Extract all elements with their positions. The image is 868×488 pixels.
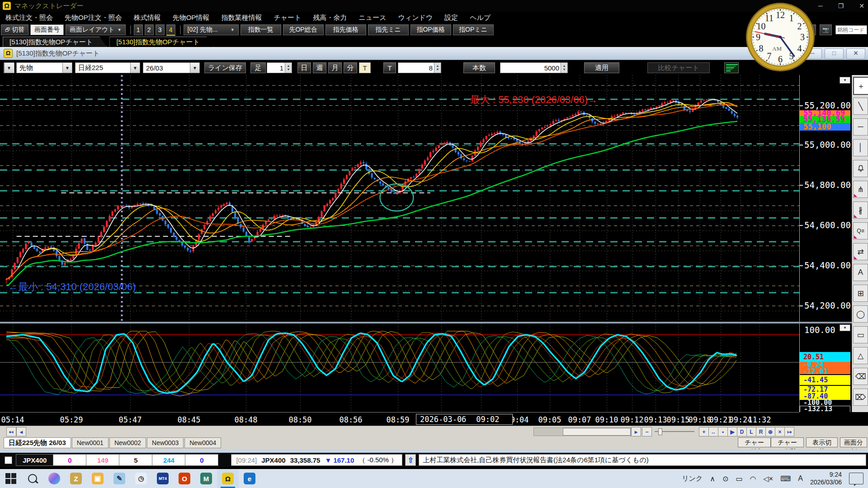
screen-number-button[interactable]: 画面番号 [30,24,64,35]
toolbar-button-指先価格[interactable]: 指先価格 [326,24,366,35]
wifi-icon[interactable]: ◠ [750,474,756,483]
copilot-icon[interactable] [43,469,65,488]
scroll-right-button[interactable]: ▸ [631,427,641,436]
triangle-icon[interactable]: △ [853,347,868,364]
nav-button-+[interactable]: + [699,427,709,436]
mini-chart-icon[interactable] [724,62,739,73]
scroll-left-button-0[interactable]: ↤ [6,427,16,436]
rectangle-icon[interactable]: ▭ [853,326,868,343]
period-button-月[interactable]: 月 [328,62,342,73]
ticker-checkbox[interactable] [5,456,12,464]
chevron-down-icon[interactable]: ▼ [130,63,140,73]
bar-interval-spinner[interactable]: 1▲▼ [267,62,292,73]
notification-center-icon[interactable] [849,473,863,484]
spinner-arrows-icon[interactable]: ▲▼ [561,63,567,73]
menu-item-ウィンドウ[interactable]: ウィンドウ [398,14,433,22]
swap-axes-icon[interactable]: ⇄ [853,243,868,260]
ellipse-icon[interactable]: ◯ [853,305,868,323]
oscillator-pane-collapse-button[interactable]: ▼ [840,324,850,331]
edge-icon[interactable]: e [239,469,260,488]
mute-icon[interactable]: ◁× [764,474,774,483]
doc-tab-1[interactable]: [5130]指数先物OPチャート [109,37,213,47]
ime-icon[interactable]: A [798,474,803,483]
doc-tab-0[interactable]: [5130]指数先物OPチャート [3,37,107,47]
keyboard-icon[interactable]: ⌨ [780,474,791,483]
toolbar-button-指OPミニ[interactable]: 指OPミニ [453,24,494,35]
screenshot-icon[interactable]: 📷 [820,24,832,35]
page-button-3[interactable]: 3 [156,24,165,35]
tick-period-button[interactable]: T [359,62,371,73]
page-button-1[interactable]: 1 [134,24,143,35]
scroll-left-button-1[interactable]: ◂ [16,427,26,436]
close-button[interactable]: ✕ [859,2,864,9]
nav-button-×[interactable]: × [775,427,785,436]
analog-clock-widget[interactable]: 123456789101112AM [744,1,816,73]
symbol-code-input[interactable] [835,25,867,34]
office-icon[interactable]: O [174,469,195,488]
nav-button-↦[interactable]: ↦ [784,427,794,436]
file-explorer-icon[interactable]: ▣ [87,469,108,488]
chart-scrollbar[interactable] [533,427,631,436]
price-axis[interactable]: 55,200.0055,000.0054,800.0054,600.0054,4… [799,75,852,412]
mt4-icon[interactable]: MT4 [152,469,174,488]
scrollbar-thumb[interactable] [563,428,631,436]
zoom-out-button[interactable]: − [642,427,652,436]
action-チャート追加[interactable]: チャート追加 [738,437,771,447]
menu-item-先物OP注文・照会[interactable]: 先物OP注文・照会 [65,14,122,22]
page-button-2[interactable]: 2 [145,24,154,35]
chart-tab-1[interactable]: New0001 [72,437,108,448]
monex-trader-icon[interactable]: Ω [217,469,239,488]
vertical-line-icon[interactable]: │ [853,139,868,156]
window-maximize-button[interactable]: □ [825,48,844,59]
apply-button[interactable]: 適用 [584,62,619,73]
tray-link-label[interactable]: リンク [682,474,703,483]
text-icon[interactable]: A [853,264,868,281]
action-表示切替[interactable]: 表示切替 [806,437,838,447]
table-icon[interactable]: ⊞ [853,285,868,302]
window-close-button[interactable]: ✕ [846,48,865,59]
chevron-down-icon[interactable]: ▼ [62,63,72,73]
toolbar-button-指数一覧[interactable]: 指数一覧 [241,24,281,35]
period-button-分[interactable]: 分 [344,62,357,73]
menu-item-チャート[interactable]: チャート [274,14,301,22]
menu-item-株式情報[interactable]: 株式情報 [134,14,161,22]
spinner-arrows-icon[interactable]: ▲▼ [285,63,292,73]
ticker-symbol[interactable]: JPX400 [16,454,53,466]
menu-item-残高・余力[interactable]: 残高・余力 [313,14,347,22]
alert-bell-icon[interactable] [853,160,868,177]
symbol-combo[interactable]: 日経225▼ [75,62,140,73]
menu-item-株式注文・照会[interactable]: 株式注文・照会 [5,14,53,22]
toolbar-button-先OP総合[interactable]: 先OP総合 [283,24,324,35]
archiver-icon[interactable]: Z [65,469,87,488]
nav-button-▶[interactable]: ▶ [727,427,737,436]
line-save-button[interactable]: ライン保存 [204,62,246,73]
nav-button-⊕[interactable]: ⊕ [765,427,775,436]
t-value-spinner[interactable]: 8▲▼ [398,62,441,73]
clock-app-icon[interactable]: ◷ [130,469,152,488]
toolbar-button-指OP価格[interactable]: 指OP価格 [410,24,451,35]
spinner-arrows-icon[interactable]: ▲▼ [434,63,441,73]
minimize-button[interactable]: ─ [818,2,823,9]
toolbar-button-指先ミニ[interactable]: 指先ミニ [368,24,409,35]
action-画面分割[interactable]: 画面分割 [840,437,867,447]
contract-combo[interactable]: 26/03▼ [143,62,200,73]
zoom-slider-thumb[interactable] [658,428,662,435]
news-scroll-button[interactable]: ⇧ [405,454,416,466]
price-chart-canvas[interactable] [0,75,799,412]
fibonacci-icon[interactable]: ∦ [853,202,868,219]
maximize-button[interactable]: ❐ [838,2,844,9]
chart-tab-3[interactable]: New0003 [147,437,184,448]
taskbar-clock[interactable]: 9:242026/03/06 [810,471,842,486]
category-combo[interactable]: 先物▼ [16,62,72,73]
text-eraser-icon[interactable]: ⌦ [853,389,868,406]
crosshair-icon[interactable]: ＋ [853,77,868,95]
tray-chevron-icon[interactable]: ∧ [710,474,715,483]
nav-button-R[interactable]: R [756,427,766,436]
period-button-日[interactable]: 日 [297,62,311,73]
notepad-icon[interactable]: ✎ [108,469,130,488]
compare-chart-button[interactable]: 比較チャート [647,62,710,73]
nav-button-D[interactable]: D [737,427,747,436]
chart-tab-2[interactable]: New0002 [109,437,146,448]
start-icon[interactable] [0,469,22,488]
nav-button-L[interactable]: L [746,427,756,436]
